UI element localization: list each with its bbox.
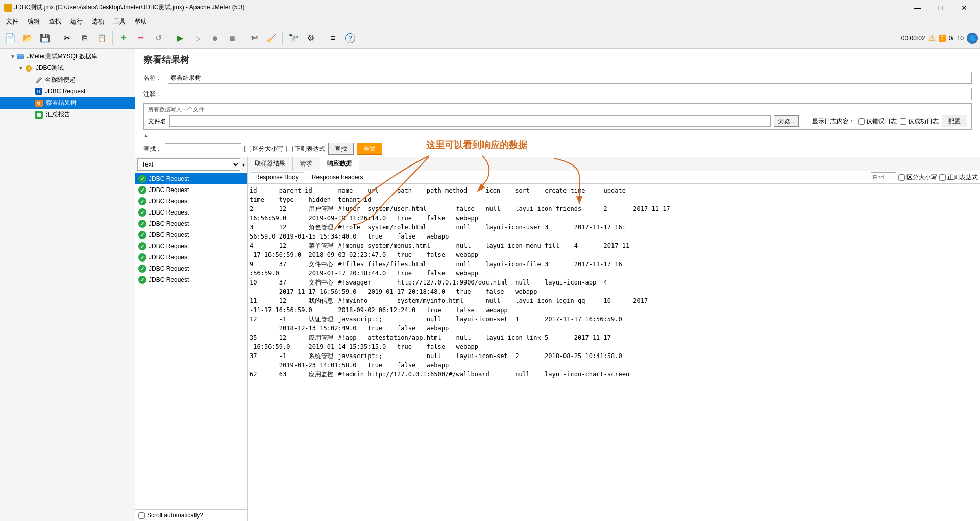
list-item[interactable]: ✓ JDBC Request [135,229,247,241]
error-log-checkbox[interactable] [858,118,865,125]
result-item-label: JDBC Request [149,254,189,261]
response-content: id parent_id name url path path_method i… [248,184,980,521]
response-regex-checkbox[interactable] [939,174,946,181]
log-content-label: 显示日志内容： [812,117,855,126]
config-button[interactable]: 配置 [942,115,967,127]
case-sensitive-checkbox[interactable] [244,146,251,152]
sep6 [322,31,322,45]
menu-help[interactable]: 帮助 [131,16,151,27]
success-log-label[interactable]: 仅成功日志 [900,117,939,126]
menu-edit[interactable]: 编辑 [23,16,44,27]
subtab-response-body[interactable]: Response Body [250,172,304,182]
name-label: 名称： [143,74,164,82]
response-text: id parent_id name url path path_method i… [250,186,978,379]
success-log-checkbox[interactable] [900,118,906,125]
sep3 [169,31,169,45]
response-regex-label[interactable]: 正则表达式 [939,173,978,182]
broom-button[interactable]: 🧹 [263,30,280,46]
sidebar-item-name-random[interactable]: 名称随便起 [0,74,135,86]
result-item-label: JDBC Request [149,220,189,227]
case-sensitive-label[interactable]: 区分大小写 [244,145,283,153]
report-icon: 📊 [35,111,43,119]
reset-button[interactable]: 重置 [357,143,382,155]
total-label: 0/ [949,35,954,42]
response-area: 取样器结果 请求 响应数据 Response Body Response hea… [248,157,980,521]
scissors-button[interactable]: ✄ [246,30,262,46]
list-item[interactable]: ✓ JDBC Request [135,196,247,207]
sidebar-item-jdbc-request[interactable]: R JDBC Request [0,86,135,97]
sidebar-label-jdbc: JDBC测试 [36,64,64,73]
help-button[interactable]: ? [342,30,358,46]
list-item[interactable]: ✓ JDBC Request [135,274,247,286]
list-item[interactable]: ✓ JDBC Request [135,263,247,274]
svg-point-9 [38,102,40,104]
menu-file[interactable]: 文件 [2,16,22,27]
browse-button[interactable]: 浏览... [774,115,799,127]
list-item[interactable]: ✓ JDBC Request [135,184,247,196]
sep4 [243,31,243,45]
copy-button[interactable]: ⎘ [76,30,92,46]
stop-button[interactable]: ⏺ [207,30,223,46]
remove-button[interactable]: − [133,30,149,46]
start-button[interactable]: ▶ [172,30,188,46]
menu-tools[interactable]: 工具 [109,16,130,27]
expand-icon: ▼ [10,54,15,59]
minimize-button[interactable]: — [905,0,929,15]
tab-response-data[interactable]: 响应数据 [320,157,359,171]
comment-input[interactable] [168,88,972,100]
scroll-auto-checkbox[interactable] [138,512,145,519]
subtab-response-headers[interactable]: Response headers [306,172,369,182]
collapse-arrow[interactable]: ▲ [143,133,149,138]
file-name-input[interactable] [169,115,771,127]
settings-icon-btn[interactable]: ⚙ [303,30,319,46]
list-item[interactable]: ✓ JDBC Request [135,207,247,218]
paste-button[interactable]: 📋 [93,30,110,46]
result-item-label: JDBC Request [149,265,189,272]
response-subtabs: Response Body Response headers 区分大小写 正则表… [248,171,980,184]
error-log-label[interactable]: 仅错误日志 [858,117,897,126]
list-button[interactable]: ≡ [325,30,341,46]
sidebar-item-summary[interactable]: 📊 汇总报告 [0,109,135,121]
scroll-check[interactable]: Scroll automatically? [135,509,247,521]
new-button[interactable]: 📄 [2,30,18,46]
file-row: 文件名 浏览... 显示日志内容： 仅错误日志 仅成功日志 配置 [148,115,967,127]
start-no-pause-button[interactable]: ▷ [189,30,206,46]
menu-find[interactable]: 查找 [45,16,65,27]
regex-label[interactable]: 正则表达式 [286,145,325,153]
cut-button[interactable]: ✂ [59,30,75,46]
response-case-checkbox[interactable] [898,174,905,181]
search-input[interactable] [165,143,241,154]
list-item[interactable]: ✓ JDBC Request [135,241,247,252]
result-item-label: JDBC Request [149,186,189,194]
main-area: ▼ JMeter测试MYSQL数据库 ▼ J JDBC测试 名称随便起 [0,49,980,521]
results-dropdown[interactable]: Text [137,158,240,171]
sidebar-item-result-tree[interactable]: 察看结果树 [0,97,135,109]
sidebar-label-name: 名称随便起 [45,76,76,84]
list-item[interactable]: ✓ JDBC Request [135,173,247,184]
tab-request[interactable]: 请求 [293,157,320,171]
shutdown-button[interactable]: ⏹ [224,30,240,46]
sidebar: ▼ JMeter测试MYSQL数据库 ▼ J JDBC测试 名称随便起 [0,49,135,521]
find-text-input[interactable] [871,172,896,182]
sidebar-item-mysql-db[interactable]: ▼ JMeter测试MYSQL数据库 [0,51,135,62]
find-button[interactable]: 查找 [328,143,354,155]
save-button[interactable]: 💾 [37,30,53,46]
menu-run[interactable]: 运行 [66,16,87,27]
list-item[interactable]: ✓ JDBC Request [135,218,247,229]
maximize-button[interactable]: □ [929,0,952,15]
binoculars-button[interactable]: 🔭 [285,30,302,46]
response-case-label[interactable]: 区分大小写 [898,173,937,182]
list-item[interactable]: ✓ JDBC Request [135,252,247,263]
search-label: 查找： [143,145,162,153]
open-button[interactable]: 📂 [19,30,36,46]
tab-sampler-results[interactable]: 取样器结果 [248,157,293,171]
menu-options[interactable]: 选项 [88,16,108,27]
clear-button[interactable]: ↺ [150,30,166,46]
name-input[interactable] [168,72,972,84]
sidebar-item-jdbc-test[interactable]: ▼ J JDBC测试 [0,62,135,74]
warn-count: 0 [939,35,946,42]
add-button[interactable]: + [115,30,132,46]
close-button[interactable]: ✕ [952,0,976,15]
regex-checkbox[interactable] [286,146,293,152]
toolbar-right: 00:00:02 ⚠ 0 0/10 🌐 [901,33,978,44]
